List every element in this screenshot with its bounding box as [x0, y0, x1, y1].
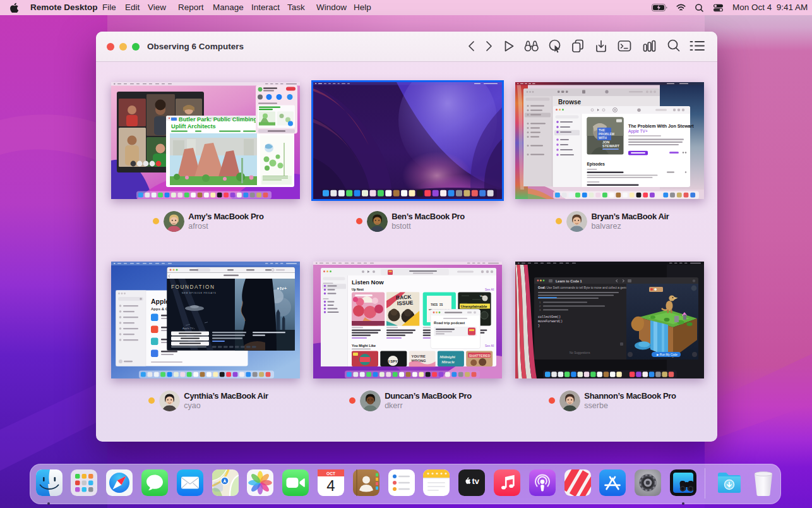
- svg-text:Uplift Architects: Uplift Architects: [171, 123, 216, 130]
- svg-text:Butler Park: Public Climbing W: Butler Park: Public Climbing Wal: [179, 116, 269, 123]
- svg-text:Apple TV+: Apple TV+: [628, 129, 648, 134]
- svg-text:4: 4: [326, 477, 335, 494]
- svg-text:▶ Run My Code: ▶ Run My Code: [657, 353, 678, 356]
- svg-text:tv: tv: [472, 476, 480, 486]
- svg-text:Unexplainable: Unexplainable: [460, 304, 487, 308]
- svg-text:The Problem With Jon Stewart: The Problem With Jon Stewart: [628, 123, 694, 129]
- svg-text:YOU’RE: YOU’RE: [411, 354, 425, 358]
- svg-text:tv+: tv+: [280, 286, 287, 291]
- svg-text:THIS IS: THIS IS: [431, 303, 443, 306]
- svg-text:ISSUE: ISSUE: [397, 299, 413, 306]
- svg-text:Browse: Browse: [558, 99, 582, 106]
- svg-text:Episodes: Episodes: [587, 162, 605, 167]
- svg-text:No Suggestions: No Suggestions: [570, 351, 590, 354]
- svg-text:FOUNDATION: FOUNDATION: [171, 284, 215, 290]
- svg-text:Listen Now: Listen Now: [352, 279, 384, 286]
- svg-text:NEW EPISODE FRIDAYS: NEW EPISODE FRIDAYS: [182, 292, 217, 294]
- svg-text:See All: See All: [485, 288, 494, 291]
- svg-text:I SPY: I SPY: [388, 360, 397, 363]
- svg-text:}: }: [538, 324, 540, 328]
- svg-text:STEWART: STEWART: [602, 144, 620, 148]
- svg-text:See All: See All: [485, 344, 494, 348]
- svg-text:SHATTERED: SHATTERED: [469, 354, 490, 358]
- svg-text:OCT: OCT: [326, 471, 335, 476]
- svg-text:Learn to Code 1: Learn to Code 1: [556, 279, 582, 283]
- svg-text:Apple: Apple: [151, 298, 169, 305]
- svg-text:Miracle: Miracle: [440, 360, 454, 364]
- svg-text:WITH: WITH: [599, 136, 607, 140]
- svg-text:moveForward(): moveForward(): [538, 320, 563, 324]
- svg-text:Goal: Use Swift commands to te: Goal: Use Swift commands to tell Byte to…: [538, 286, 627, 289]
- svg-text:Up Next: Up Next: [352, 287, 364, 291]
- svg-text:You Might Like: You Might Like: [352, 344, 376, 348]
- svg-text:Road trip podcast: Road trip podcast: [434, 321, 465, 325]
- svg-text:Apple TV+: Apple TV+: [182, 327, 195, 330]
- svg-text:collectGem(): collectGem(): [538, 315, 561, 319]
- svg-text:Midnight: Midnight: [438, 354, 455, 359]
